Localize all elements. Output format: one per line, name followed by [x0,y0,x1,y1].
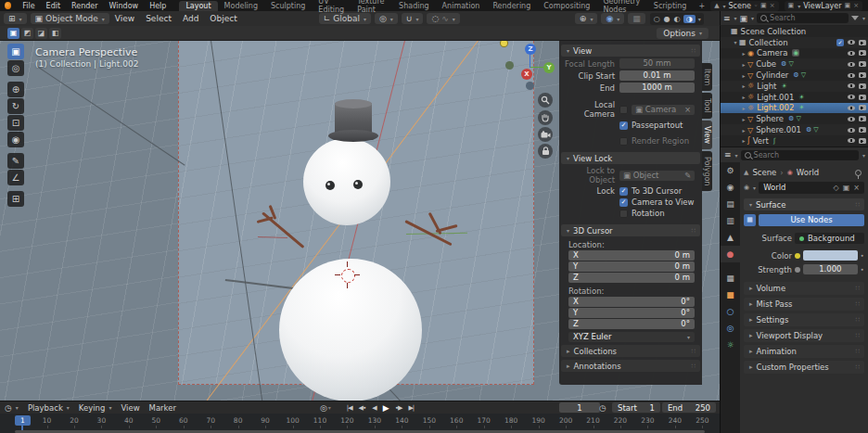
breadcrumb-scene[interactable]: Scene [752,168,776,177]
cursor-rotation-z-slider[interactable]: Z0° [568,319,695,329]
properties-tab-object-data[interactable]: ☼ [721,337,740,353]
expand-icon[interactable]: ▸ [740,94,747,100]
cursor-tool[interactable]: ◎ [7,60,24,76]
lock-rotation-checkbox[interactable] [619,210,628,218]
viewport-menu-object[interactable]: Object [204,14,242,23]
panel-settings[interactable]: ▸Settings∷ [744,313,864,326]
view-panel-header[interactable]: ▾View∷ [561,45,700,57]
camera-visibility-icon[interactable] [859,138,866,144]
expand-icon[interactable]: ▾ [732,39,739,45]
collection-checkbox[interactable]: ✓ [836,39,844,46]
timeline-menu-keying[interactable]: Keying▾ [74,403,117,413]
gizmo-x-axis[interactable]: X [521,69,532,80]
properties-tab-object[interactable]: ■ [721,287,740,303]
expand-icon[interactable]: ▸ [740,137,747,144]
camera-view-button[interactable] [538,127,553,142]
animate-dot-icon[interactable]: ∙ [861,266,864,274]
eye-icon[interactable] [848,128,855,133]
timeline-menu-view[interactable]: View [116,403,144,413]
world-color-swatch[interactable] [803,250,858,261]
expand-icon[interactable]: ▸ [740,50,747,57]
select-box-tool[interactable]: ▣ [7,44,24,59]
clip-start-field[interactable]: 0.01 m [619,70,695,81]
breadcrumb-world[interactable]: World [797,168,819,177]
outliner-search-input[interactable]: Search [757,13,849,23]
eye-icon[interactable] [848,62,855,67]
viewport-menu-add[interactable]: Add [177,14,204,23]
eyedropper-icon[interactable]: ✎ [684,171,691,181]
eye-icon[interactable] [848,73,855,78]
gizmo-z-axis[interactable]: Z [525,44,536,55]
filter-icon[interactable] [851,16,859,20]
previous-keyframe-button[interactable]: ◀∙ [356,404,369,412]
delete-viewlayer-icon[interactable]: × [853,2,859,9]
menu-help[interactable]: Help [144,2,172,10]
collections-panel-header[interactable]: ▸Collections∷ [561,345,700,357]
view-lock-panel-header[interactable]: ▾View Lock [561,152,700,164]
eye-icon[interactable] [848,95,855,99]
workspace-tab-shading[interactable]: Shading [392,1,436,11]
workspace-tab-uv-editing[interactable]: UV Editing [312,0,351,15]
unlink-icon[interactable]: × [853,184,860,192]
3d-cursor-panel-header[interactable]: ▾3D Cursor∷ [561,224,700,236]
timeline-menu-playback[interactable]: Playback▾ [23,403,74,413]
outliner-row-camera[interactable]: ▸◉Camera◉ [721,48,868,59]
outliner-display-mode-icon[interactable]: ▣ [740,14,748,23]
rotation-mode-dropdown[interactable]: XYZ Euler▾ [568,332,695,342]
eye-icon[interactable] [848,40,855,45]
eye-icon[interactable] [848,83,855,88]
properties-tab-render[interactable]: ◉ [721,179,740,196]
pin-icon[interactable] [855,170,862,176]
camera-to-view-checkbox[interactable]: ✓ [619,198,628,207]
outliner-row-scene collection[interactable]: ▦Scene Collection [721,26,868,37]
jump-to-end-button[interactable]: ▶| [405,404,416,412]
eye-icon[interactable] [848,138,855,143]
viewport-menu-view[interactable]: View [109,14,140,23]
properties-tab-view-layer[interactable]: ▥ [721,212,740,229]
properties-options-icon[interactable]: ▾ [862,152,865,159]
shading-rendered[interactable]: ◑ [683,15,696,23]
local-camera-field[interactable]: ▣ Camera× [632,105,695,115]
properties-tab-collection[interactable]: ▦ [721,270,740,287]
navigation-gizmo[interactable]: Z Y X [501,41,558,95]
workspace-tab-rendering[interactable]: Rendering [486,1,537,11]
properties-editor-icon[interactable]: ≡ [724,150,732,159]
shading-wireframe[interactable]: ○ [653,15,661,23]
frame-end-field[interactable]: End250 [662,402,716,413]
panel-animation[interactable]: ▸Animation∷ [744,345,864,358]
local-camera-checkbox[interactable] [619,106,628,114]
select-mode-0[interactable]: ▣ [7,28,19,39]
camera-visibility-icon[interactable] [859,40,866,45]
tab-item[interactable]: Item [702,63,712,91]
eye-icon[interactable] [848,117,855,121]
scene-selector[interactable]: ▲▾ Scene ◦ ▣ × [710,1,778,11]
camera-visibility-icon[interactable] [859,50,866,56]
gizmo-y-negative[interactable] [505,61,514,70]
properties-tab-physics[interactable]: ○ [721,303,740,320]
scale-tool[interactable]: ⊡ [7,115,24,131]
outliner-row-light-002[interactable]: ▸☼Light.002☀ [721,103,868,114]
3d-viewport[interactable]: Camera Perspective (1) Collection | Ligh… [0,41,720,401]
timeline-editor-button[interactable]: ◷▾ [0,403,23,413]
properties-tab-world[interactable]: ● [721,246,740,262]
shading-material-preview[interactable]: ◐ [673,15,682,23]
camera-visibility-icon[interactable] [859,116,866,121]
workspace-tab-scripting[interactable]: Scripting [647,1,694,11]
passepartout-checkbox[interactable]: ✓ [619,121,628,130]
outliner-row-light-001[interactable]: ▸☼Light.001☀ [721,92,868,103]
expand-icon[interactable]: ▸ [740,127,747,134]
surface-shader-field[interactable]: Background [795,233,864,244]
timeline-menu-marker[interactable]: Marker [145,403,181,413]
lock-3d-cursor-checkbox[interactable]: ✓ [619,187,628,196]
viewport-menu-select[interactable]: Select [140,14,177,23]
add-workspace-button[interactable]: + [693,2,710,10]
mode-dropdown[interactable]: ▣ Object Mode ▾ [31,13,109,24]
properties-tab-scene[interactable]: ▲ [721,229,740,246]
workspace-tab-modeling[interactable]: Modeling [218,1,264,11]
camera-visibility-icon[interactable] [859,105,866,110]
tab-tool[interactable]: Tool [702,93,712,119]
panel-volume[interactable]: ▸Volume∷ [744,282,864,295]
render-region-checkbox[interactable] [619,137,628,146]
camera-visibility-icon[interactable] [859,83,866,89]
focal-length-field[interactable]: 50 mm [619,58,695,69]
